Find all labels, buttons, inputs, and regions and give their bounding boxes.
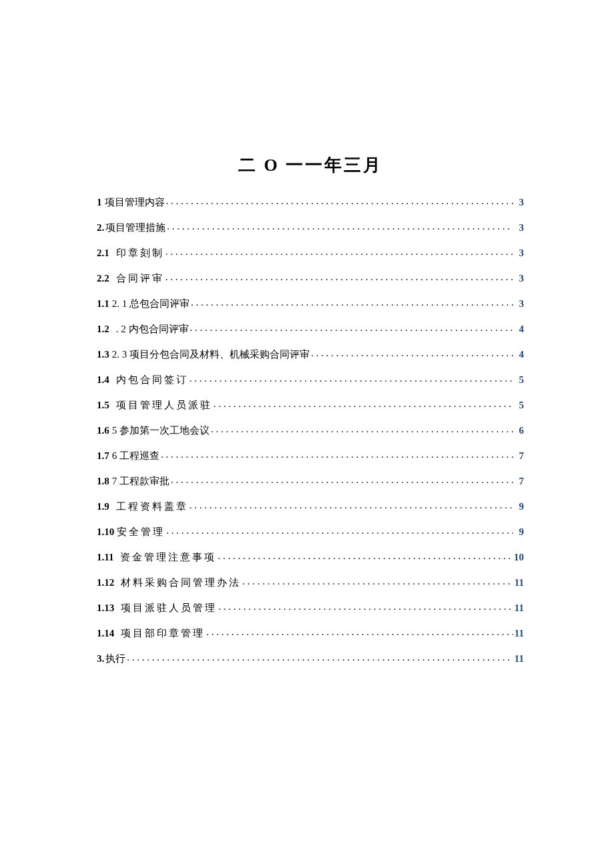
table-of-contents: 1项目管理内容32.项目管理措施32.1印章刻制32.2合同评审31.12. 1…	[97, 195, 524, 665]
toc-entry-number: 1.4	[97, 374, 109, 386]
toc-entry[interactable]: 1.4内包合同签订5	[97, 373, 524, 386]
toc-entry[interactable]: 2.2合同评审3	[97, 272, 524, 285]
toc-entry-number: 1.10	[97, 526, 114, 538]
toc-leader-dots	[311, 348, 513, 358]
toc-leader-dots	[166, 525, 513, 535]
toc-leader-dots	[166, 195, 514, 205]
toc-entry-title: 安全管理	[115, 526, 165, 538]
toc-entry[interactable]: 1.12材料采购合同管理办法11	[97, 576, 524, 589]
toc-leader-dots	[211, 424, 513, 434]
toc-leader-dots	[166, 246, 513, 256]
toc-entry[interactable]: 1.65 参加第一次工地会议6	[97, 424, 524, 437]
toc-entry-number: 1.5	[97, 400, 109, 411]
toc-leader-dots	[190, 373, 513, 383]
toc-entry-page: 11	[515, 602, 524, 614]
toc-leader-dots	[218, 601, 513, 611]
toc-entry-number: 1.11	[97, 552, 113, 563]
toc-entry-number: 1	[97, 197, 102, 208]
toc-entry-title: 内包合同签订	[111, 374, 188, 386]
toc-entry-title: . 2 内包合同评审	[111, 323, 189, 336]
toc-entry-title: 执行	[105, 653, 125, 665]
toc-entry-page: 9	[515, 501, 524, 512]
toc-entry[interactable]: 1.14项目部印章管理11	[97, 626, 524, 640]
toc-entry-number: 1.3	[97, 349, 109, 360]
toc-entry-title: 6 工程巡查	[111, 450, 160, 462]
toc-entry-title: 项目派驻人员管理	[115, 602, 217, 614]
toc-leader-dots	[242, 576, 513, 586]
toc-entry-number: 2.1	[97, 248, 109, 259]
toc-entry-number: 1.13	[97, 602, 114, 614]
toc-entry-title: 项目管理人员派驻	[111, 399, 212, 412]
toc-leader-dots	[206, 626, 513, 636]
toc-entry-title: 印章刻制	[111, 247, 164, 260]
toc-leader-dots	[127, 652, 513, 662]
toc-entry-title: 资金管理注意事项	[115, 551, 216, 564]
toc-entry-title: 项目管理措施	[105, 222, 166, 234]
toc-entry-page: 4	[515, 324, 524, 335]
toc-entry-page: 7	[515, 450, 524, 462]
toc-leader-dots	[190, 322, 514, 332]
toc-leader-dots	[167, 221, 513, 231]
toc-entry[interactable]: 2.1印章刻制3	[97, 246, 524, 260]
toc-entry-number: 1.2	[97, 324, 109, 335]
toc-entry-number: 1.7	[97, 450, 109, 462]
toc-entry-number: 1.12	[97, 577, 114, 588]
toc-entry-page: 9	[515, 526, 524, 538]
toc-entry[interactable]: 1.11资金管理注意事项10	[97, 550, 524, 564]
toc-leader-dots	[191, 297, 513, 307]
toc-entry-page: 10	[514, 552, 524, 563]
toc-entry-page: 6	[515, 425, 524, 436]
toc-entry-number: 1.1	[97, 298, 109, 310]
toc-entry[interactable]: 1.2. 2 内包合同评审4	[97, 322, 524, 336]
toc-leader-dots	[218, 550, 513, 560]
toc-leader-dots	[190, 500, 513, 510]
toc-entry-page: 3	[515, 298, 524, 310]
toc-entry-number: 3.	[97, 653, 104, 665]
toc-entry-page: 4	[515, 349, 524, 360]
toc-entry[interactable]: 1.12. 1 总包合同评审3	[97, 297, 524, 310]
toc-entry-number: 2.	[97, 222, 104, 234]
document-page: 二 O 一一年三月 1项目管理内容32.项目管理措施32.1印章刻制32.2合同…	[0, 0, 614, 665]
toc-entry[interactable]: 1.13项目派驻人员管理11	[97, 601, 524, 614]
toc-entry-page: 11	[515, 653, 524, 665]
toc-entry-number: 2.2	[97, 273, 109, 284]
toc-entry-title: 7 工程款审批	[111, 475, 170, 488]
toc-entry-page: 5	[515, 400, 524, 411]
toc-entry[interactable]: 1.76 工程巡查7	[97, 449, 524, 462]
toc-entry[interactable]: 2.项目管理措施3	[97, 221, 524, 234]
toc-entry-number: 1.6	[97, 425, 109, 436]
toc-entry[interactable]: 1项目管理内容3	[97, 195, 524, 209]
toc-entry-title: 2. 3 项目分包合同及材料、机械采购合同评审	[111, 348, 310, 361]
toc-entry-title: 项目管理内容	[103, 196, 165, 209]
toc-leader-dots	[214, 398, 513, 408]
toc-entry[interactable]: 1.32. 3 项目分包合同及材料、机械采购合同评审4	[97, 348, 524, 361]
toc-entry-page: 3	[515, 197, 524, 208]
toc-entry-page: 11	[515, 577, 524, 588]
toc-entry-title: 工程资料盖章	[111, 500, 188, 513]
toc-entry-page: 5	[515, 374, 524, 386]
toc-leader-dots	[161, 449, 513, 459]
toc-entry[interactable]: 1.9工程资料盖章9	[97, 500, 524, 513]
toc-entry-title: 项目部印章管理	[115, 627, 205, 640]
toc-entry-page: 3	[515, 248, 524, 259]
toc-entry-page: 11	[515, 628, 524, 639]
toc-entry-number: 1.8	[97, 476, 109, 487]
toc-entry-number: 1.14	[97, 628, 114, 639]
toc-entry-page: 3	[515, 273, 524, 284]
toc-entry-title: 5 参加第一次工地会议	[111, 424, 210, 437]
page-title: 二 O 一一年三月	[97, 153, 524, 177]
toc-entry[interactable]: 1.10安全管理9	[97, 525, 524, 538]
toc-entry-title: 材料采购合同管理办法	[115, 576, 241, 589]
toc-entry[interactable]: 3.执行11	[97, 652, 524, 665]
toc-entry-title: 合同评审	[111, 272, 164, 285]
toc-entry-number: 1.9	[97, 501, 109, 512]
toc-entry-title: 2. 1 总包合同评审	[111, 298, 190, 310]
toc-entry[interactable]: 1.87 工程款审批7	[97, 474, 524, 488]
toc-leader-dots	[171, 474, 513, 484]
toc-entry[interactable]: 1.5项目管理人员派驻5	[97, 398, 524, 412]
toc-entry-page: 7	[515, 476, 524, 487]
toc-entry-page: 3	[515, 222, 524, 234]
toc-leader-dots	[166, 272, 513, 282]
